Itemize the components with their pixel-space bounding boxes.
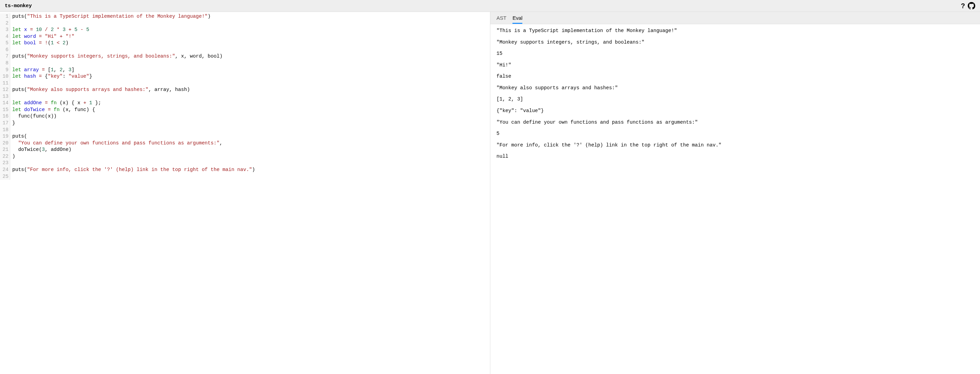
output-line: "For more info, click the '?' (help) lin… [496, 142, 974, 149]
line-number: 3 [2, 27, 8, 34]
code-line[interactable]: let array = [1, 2, 3] [12, 67, 255, 74]
output-line: false [496, 73, 974, 80]
code-body[interactable]: puts("This is a TypeScript implementatio… [10, 13, 255, 180]
line-number: 18 [2, 127, 8, 134]
code-line[interactable] [12, 20, 255, 27]
output-line: 15 [496, 50, 974, 57]
tab-eval[interactable]: Eval [512, 15, 522, 24]
code-line[interactable] [12, 80, 255, 87]
output-line: "Hi!" [496, 62, 974, 69]
line-number: 4 [2, 34, 8, 40]
app-header: ts-monkey ? [0, 0, 980, 12]
help-icon[interactable]: ? [961, 2, 965, 10]
code-line[interactable]: ) [12, 153, 255, 160]
line-number: 25 [2, 173, 8, 180]
line-number: 21 [2, 147, 8, 153]
code-line[interactable]: puts("Monkey also supports arrays and ha… [12, 86, 255, 93]
code-line[interactable] [12, 173, 255, 180]
output-line: "Monkey also supports arrays and hashes:… [496, 85, 974, 92]
line-number: 1 [2, 13, 8, 20]
tab-ast[interactable]: AST [496, 15, 506, 24]
line-gutter: 1234567891011121314151617181920212223242… [0, 13, 10, 180]
code-line[interactable]: puts( [12, 133, 255, 140]
output-line: {"key": "value"} [496, 108, 974, 115]
code-line[interactable]: let bool = !(1 < 2) [12, 40, 255, 47]
line-number: 13 [2, 93, 8, 100]
eval-output: "This is a TypeScript implementation of … [490, 24, 980, 374]
output-line: [1, 2, 3] [496, 96, 974, 103]
line-number: 10 [2, 73, 8, 80]
line-number: 12 [2, 86, 8, 93]
header-actions: ? [961, 2, 975, 10]
line-number: 24 [2, 166, 8, 173]
editor-pane: 1234567891011121314151617181920212223242… [0, 12, 490, 374]
line-number: 17 [2, 120, 8, 127]
line-number: 6 [2, 47, 8, 53]
output-line: "Monkey supports integers, strings, and … [496, 39, 974, 46]
code-line[interactable]: let doTwice = fn (x, func) { [12, 107, 255, 113]
result-tabs: ASTEval [490, 12, 980, 24]
result-pane: ASTEval "This is a TypeScript implementa… [490, 12, 980, 374]
line-number: 2 [2, 20, 8, 27]
line-number: 20 [2, 140, 8, 147]
line-number: 22 [2, 153, 8, 160]
output-line: "You can define your own functions and p… [496, 119, 974, 126]
code-line[interactable] [12, 47, 255, 53]
line-number: 16 [2, 113, 8, 120]
line-number: 7 [2, 53, 8, 60]
line-number: 23 [2, 160, 8, 166]
github-icon[interactable] [968, 2, 975, 10]
output-line: null [496, 153, 974, 160]
code-line[interactable]: let addOne = fn (x) { x + 1 }; [12, 100, 255, 107]
output-line: "This is a TypeScript implementation of … [496, 27, 974, 34]
app-title: ts-monkey [5, 3, 32, 9]
line-number: 11 [2, 80, 8, 87]
code-line[interactable]: let word = "Hi" + "!" [12, 34, 255, 40]
main-split: 1234567891011121314151617181920212223242… [0, 12, 980, 374]
line-number: 8 [2, 60, 8, 67]
code-line[interactable]: puts("This is a TypeScript implementatio… [12, 13, 255, 20]
code-line[interactable]: let hash = {"key": "value"} [12, 73, 255, 80]
code-line[interactable]: func(func(x)) [12, 113, 255, 120]
line-number: 9 [2, 67, 8, 74]
code-line[interactable] [12, 60, 255, 67]
line-number: 19 [2, 133, 8, 140]
line-number: 14 [2, 100, 8, 107]
code-line[interactable]: doTwice(3, addOne) [12, 147, 255, 153]
line-number: 15 [2, 107, 8, 113]
code-line[interactable]: } [12, 120, 255, 127]
code-line[interactable]: let x = 10 / 2 * 3 + 5 - 5 [12, 27, 255, 34]
output-line: 5 [496, 131, 974, 137]
code-line[interactable]: "You can define your own functions and p… [12, 140, 255, 147]
code-line[interactable] [12, 160, 255, 166]
code-line[interactable]: puts("Monkey supports integers, strings,… [12, 53, 255, 60]
code-line[interactable] [12, 93, 255, 100]
code-line[interactable] [12, 127, 255, 134]
code-line[interactable]: puts("For more info, click the '?' (help… [12, 166, 255, 173]
code-editor[interactable]: 1234567891011121314151617181920212223242… [0, 12, 490, 180]
line-number: 5 [2, 40, 8, 47]
